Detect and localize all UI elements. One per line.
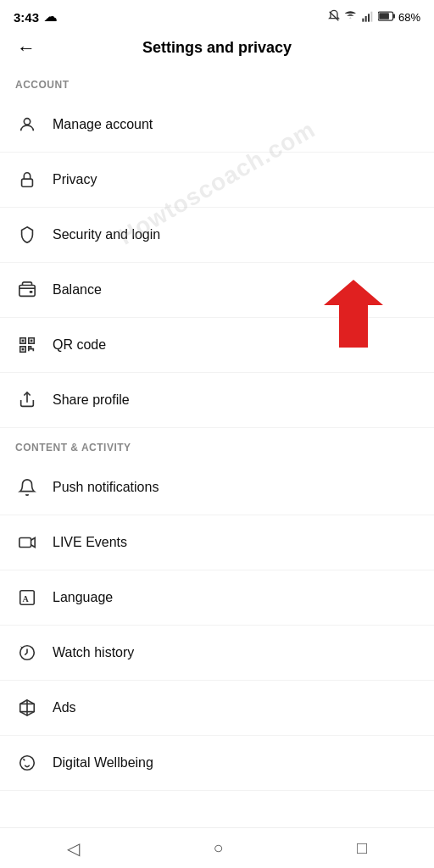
- ads-label: Ads: [53, 700, 76, 715]
- svg-text:A: A: [23, 594, 30, 604]
- watch-history-label: Watch history: [53, 645, 134, 660]
- person-icon: [15, 113, 39, 136]
- svg-point-9: [24, 119, 30, 125]
- nav-back-button[interactable]: ◁: [50, 832, 97, 865]
- top-bar: ← Settings and privacy: [0, 31, 434, 65]
- menu-item-push-notifications[interactable]: Push notifications: [0, 460, 434, 515]
- share-profile-label: Share profile: [53, 392, 130, 408]
- privacy-label: Privacy: [53, 172, 97, 187]
- security-label: Security and login: [53, 227, 160, 242]
- wallet-icon: [15, 278, 39, 302]
- menu-item-share-profile[interactable]: Share profile: [0, 373, 434, 428]
- settings-content: ACCOUNT Manage account Privacy Security …: [0, 65, 434, 791]
- nav-recent-button[interactable]: □: [340, 832, 384, 865]
- svg-rect-3: [368, 14, 370, 21]
- language-icon: A: [15, 586, 39, 609]
- svg-rect-16: [22, 340, 25, 342]
- wifi-icon: [344, 9, 358, 25]
- status-left: 3:43 ☁: [14, 9, 57, 25]
- svg-rect-7: [379, 13, 389, 19]
- nav-home-button[interactable]: ○: [196, 832, 240, 865]
- lock-icon: [15, 168, 39, 192]
- cloud-icon: ☁: [44, 9, 57, 25]
- qr-code-label: QR code: [53, 337, 106, 353]
- status-bar: 3:43 ☁ 68%: [0, 0, 434, 31]
- back-button[interactable]: ←: [14, 34, 39, 63]
- menu-item-digital-wellbeing[interactable]: Digital Wellbeing: [0, 736, 434, 791]
- svg-point-28: [20, 756, 35, 771]
- svg-rect-20: [19, 538, 31, 548]
- section-header-account: ACCOUNT: [0, 65, 434, 97]
- svg-rect-17: [31, 340, 33, 342]
- balance-label: Balance: [53, 282, 102, 298]
- menu-item-watch-history[interactable]: Watch history: [0, 626, 434, 681]
- bell-icon: [15, 476, 39, 499]
- ads-icon: [15, 696, 39, 720]
- manage-account-label: Manage account: [53, 117, 153, 132]
- menu-item-live-events[interactable]: LIVE Events: [0, 515, 434, 570]
- share-icon: [15, 388, 39, 412]
- menu-item-ads[interactable]: Ads: [0, 681, 434, 736]
- qr-icon: [15, 333, 39, 357]
- section-header-content: CONTENT & ACTIVITY: [0, 428, 434, 460]
- menu-item-security[interactable]: Security and login: [0, 208, 434, 263]
- svg-rect-1: [362, 18, 364, 21]
- shield-icon: [15, 223, 39, 247]
- svg-rect-6: [392, 14, 395, 18]
- svg-rect-10: [22, 179, 33, 186]
- menu-item-balance[interactable]: Balance: [0, 263, 434, 318]
- menu-item-language[interactable]: A Language: [0, 570, 434, 626]
- battery-percent: 68%: [398, 11, 420, 24]
- svg-rect-11: [19, 286, 35, 297]
- page-title: Settings and privacy: [14, 39, 420, 57]
- menu-item-manage-account[interactable]: Manage account: [0, 97, 434, 153]
- language-label: Language: [53, 590, 113, 605]
- mute-icon: [327, 9, 341, 25]
- bottom-nav-bar: ◁ ○ □: [0, 827, 434, 868]
- menu-item-qr-code[interactable]: QR code: [0, 318, 434, 373]
- digital-wellbeing-label: Digital Wellbeing: [53, 755, 153, 771]
- svg-rect-12: [30, 291, 33, 293]
- watch-history-icon: [15, 641, 39, 665]
- svg-rect-2: [365, 16, 367, 22]
- status-right: 68%: [327, 9, 420, 25]
- wellbeing-icon: [15, 751, 39, 775]
- time-display: 3:43: [14, 10, 39, 25]
- camera-icon: [15, 531, 39, 554]
- push-notifications-label: Push notifications: [53, 480, 159, 495]
- svg-rect-18: [22, 348, 25, 351]
- menu-item-privacy[interactable]: Privacy: [0, 153, 434, 208]
- battery-icon: [378, 10, 395, 25]
- signal-icon: [361, 9, 375, 25]
- svg-rect-4: [370, 11, 372, 21]
- live-events-label: LIVE Events: [53, 535, 127, 550]
